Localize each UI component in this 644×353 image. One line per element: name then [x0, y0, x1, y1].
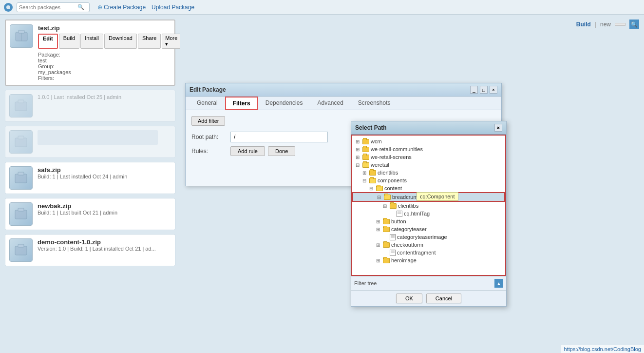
- tree-node-label: heroimage: [391, 257, 417, 263]
- tree-node-content[interactable]: ⊟ content: [352, 184, 505, 192]
- sp-cancel-btn[interactable]: Cancel: [426, 294, 461, 303]
- add-filter-btn[interactable]: Add filter: [191, 116, 225, 126]
- expand-icon: ⊟: [361, 177, 368, 184]
- folder-icon: [376, 186, 383, 191]
- create-package-label: Create Package: [104, 4, 146, 11]
- tree-node-label: clientlibs: [378, 170, 398, 176]
- tree-node-clientlibs[interactable]: ⊞ clientlibs: [352, 169, 505, 176]
- list-item: 1.0.0 | Last installed Oct 25 | admin: [5, 90, 175, 122]
- folder-icon: [369, 178, 376, 183]
- package-icon: [9, 238, 33, 262]
- doc-icon: [390, 234, 396, 240]
- list-item[interactable]: newbak.zip Build: 1 | Last built Oct 21 …: [5, 198, 175, 230]
- expand-icon: ⊞: [375, 218, 381, 225]
- toggle-build-btn[interactable]: [615, 23, 625, 26]
- root-path-input[interactable]: [230, 132, 328, 142]
- svg-rect-5: [18, 100, 24, 103]
- expand-icon: ⊞: [354, 138, 361, 145]
- expand-icon: ⊞: [361, 169, 368, 176]
- tree-node-breadcrumb[interactable]: ⊟ breadcrumb cq:Component: [352, 192, 505, 202]
- expand-icon: ⊞: [375, 241, 381, 248]
- folder-icon: [362, 147, 369, 152]
- tree-node-categoryteaserimage[interactable]: categoryteaserimage: [352, 233, 505, 241]
- tree-node-label: categoryteaserimage: [397, 234, 447, 240]
- tree-node-components[interactable]: ⊟ components: [352, 176, 505, 184]
- tree-node-categoryteaser[interactable]: ⊞ categoryteaser: [352, 225, 505, 233]
- expand-icon: ⊟: [354, 161, 361, 168]
- package-icon: [10, 24, 33, 48]
- svg-rect-12: [15, 246, 27, 255]
- tree-node-label: we-retail-screens: [371, 154, 412, 160]
- tree-node-label: wcm: [371, 138, 382, 144]
- svg-rect-11: [18, 208, 24, 211]
- tree-node-clientlibs2[interactable]: ⊞ clientlibs: [352, 202, 505, 210]
- tree-node-cq-htmltag[interactable]: cq.htmlTag: [352, 210, 505, 217]
- url-bar: https://blog.csdn.net/CodingBlog: [561, 345, 644, 353]
- create-package-icon: ⊕: [97, 4, 102, 11]
- tree-node-we-retail-communities[interactable]: ⊞ we-retail-communities: [352, 145, 505, 153]
- tree-node-button[interactable]: ⊞ button: [352, 217, 505, 225]
- right-panel: Build | new 🔍 Edit Package _ □ × General…: [180, 15, 644, 353]
- select-path-dialog: Select Path × ⊞ wcm ⊞ we-retail-communit…: [351, 121, 507, 307]
- package-info: [38, 130, 171, 145]
- filters-label: Filters:: [38, 75, 180, 81]
- sp-close-btn[interactable]: ×: [494, 124, 502, 132]
- list-item[interactable]: safs.zip Build: 1 | Last installed Oct 2…: [5, 162, 175, 194]
- tree-node-we-retail-screens[interactable]: ⊞ we-retail-screens: [352, 153, 505, 161]
- package-icon: [9, 130, 33, 154]
- add-rule-btn[interactable]: Add rule: [230, 146, 265, 156]
- filter-toggle-btn[interactable]: ▲: [494, 279, 503, 288]
- filter-label: Filter tree: [354, 280, 494, 286]
- build-tab[interactable]: Build: [59, 34, 79, 49]
- tree-container[interactable]: ⊞ wcm ⊞ we-retail-communities ⊞ we-retai…: [351, 135, 506, 276]
- tree-node-weretail[interactable]: ⊟ weretail: [352, 161, 505, 169]
- tab-advanced[interactable]: Advanced: [310, 97, 350, 110]
- list-item[interactable]: test.zip Edit Build Install Download Sha…: [5, 20, 175, 86]
- tab-filters[interactable]: Filters: [225, 97, 258, 110]
- tab-screenshots[interactable]: Screenshots: [351, 97, 398, 110]
- folder-icon: [383, 258, 390, 263]
- minimize-btn[interactable]: _: [470, 86, 478, 94]
- tab-general[interactable]: General: [189, 97, 225, 110]
- svg-rect-2: [19, 30, 24, 33]
- svg-rect-7: [18, 136, 24, 139]
- package-details: Package: test Group: my_packages Filters…: [38, 52, 180, 81]
- done-btn[interactable]: Done: [268, 146, 295, 156]
- app-logo: [4, 3, 13, 12]
- search-right-btn[interactable]: 🔍: [629, 20, 639, 29]
- tab-dependencies[interactable]: Dependencies: [258, 97, 310, 110]
- search-input[interactable]: [19, 4, 77, 10]
- tree-node-checkoutform[interactable]: ⊞ checkoutform: [352, 241, 505, 249]
- package-meta: Build: 1 | Last built Oct 21 | admin: [38, 210, 171, 216]
- download-tab[interactable]: Download: [104, 34, 137, 49]
- list-item[interactable]: demo-content-1.0.zip Version: 1.0 | Buil…: [5, 234, 175, 266]
- tree-node-label: clientlibs: [398, 203, 418, 209]
- tree-node-label: content: [384, 185, 402, 191]
- expand-icon: ⊞: [375, 257, 381, 264]
- maximize-btn[interactable]: □: [480, 86, 488, 94]
- rules-label: Rules:: [191, 146, 230, 155]
- modal-close-btn[interactable]: ×: [490, 86, 497, 94]
- edit-tab[interactable]: Edit: [38, 34, 58, 49]
- new-label: new: [600, 21, 611, 28]
- modal-tabs: General Filters Dependencies Advanced Sc…: [186, 97, 501, 110]
- share-tab[interactable]: Share: [138, 34, 161, 49]
- create-package-link[interactable]: ⊕ Create Package: [97, 4, 146, 11]
- tree-node-label: categoryteaser: [391, 226, 427, 232]
- upload-package-link[interactable]: Upload Package: [152, 4, 194, 11]
- install-tab[interactable]: Install: [80, 34, 103, 49]
- tree-node-wcm[interactable]: ⊞ wcm: [352, 137, 505, 145]
- modal-title: Edit Package: [189, 86, 226, 93]
- rules-buttons: Add rule Done: [230, 146, 295, 156]
- more-dropdown[interactable]: More ▾: [162, 34, 180, 49]
- package-list: test.zip Edit Build Install Download Sha…: [0, 15, 180, 353]
- top-bar-actions: ⊕ Create Package Upload Package: [97, 4, 194, 11]
- build-label: Build: [576, 21, 591, 28]
- package-info: newbak.zip Build: 1 | Last built Oct 21 …: [38, 202, 171, 216]
- tree-node-heroimage[interactable]: ⊞ heroimage: [352, 256, 505, 264]
- search-box: 🔍: [17, 2, 90, 12]
- svg-rect-8: [15, 174, 27, 183]
- ok-btn[interactable]: OK: [396, 294, 422, 303]
- tree-node-contentfragment[interactable]: contentfragment: [352, 249, 505, 256]
- svg-rect-9: [18, 172, 24, 175]
